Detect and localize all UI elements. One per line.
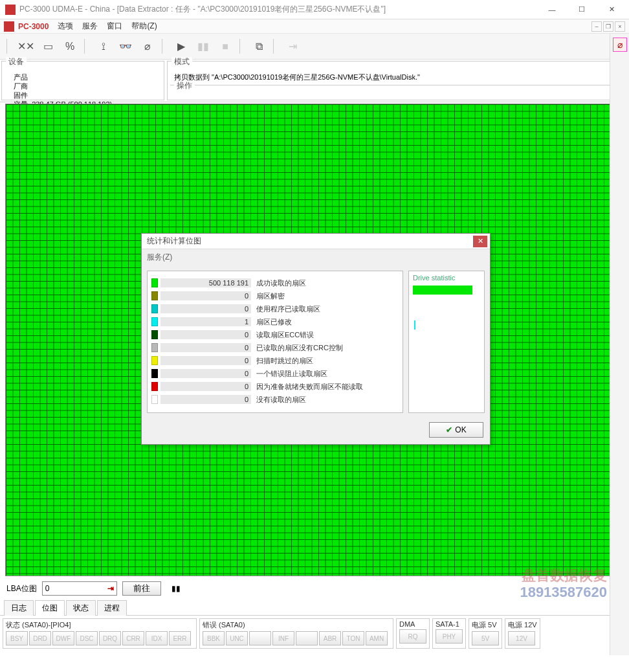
- status-indicator: RQ: [399, 629, 426, 644]
- tool-inspect-icon[interactable]: ⟟: [93, 36, 114, 56]
- status-indicator: 12V: [508, 631, 535, 645]
- tool-settings-icon[interactable]: ✕✕: [16, 36, 36, 56]
- stat-color-swatch: [151, 395, 158, 404]
- status-group-sata0: 状态 (SATA0)-[PIO4] BSYDRDDWFDSCDRQCRRIDXE…: [3, 618, 197, 649]
- tool-disk-icon[interactable]: ⌀: [137, 36, 158, 56]
- stat-row: 0扇区解密: [151, 289, 399, 302]
- stat-row: 0没有读取的扇区: [151, 393, 399, 406]
- stat-label: 扇区已修改: [256, 317, 292, 327]
- mdi-minimize[interactable]: –: [591, 21, 602, 32]
- operation-panel-label: 操作: [174, 81, 195, 90]
- status-indicator: UNC: [226, 631, 248, 645]
- bottom-tabs: 日志 位图 状态 进程: [0, 599, 629, 616]
- tab-log[interactable]: 日志: [4, 600, 34, 616]
- status-indicator: IDX: [146, 631, 168, 645]
- close-button[interactable]: ✕: [597, 0, 626, 19]
- toolbar: ✕✕ ▭ % ⟟ 👓 ⌀ ▶ ▮▮ ■ ⧉ ⇥: [0, 34, 629, 60]
- stat-row: 1扇区已修改: [151, 315, 399, 328]
- stat-label: 读取扇区ECC错误: [256, 330, 314, 340]
- tool-tag-icon[interactable]: ▭: [38, 36, 58, 56]
- status-indicator: DRD: [29, 631, 51, 645]
- status-group-errors: 错误 (SATA0) BBKUNCINFABRTONAMN: [199, 618, 393, 649]
- stat-label: 成功读取的扇区: [256, 278, 306, 288]
- minimize-button[interactable]: —: [537, 0, 567, 19]
- statistics-dialog: 统计和计算位图 ✕ 服务(Z) 500 118 191成功读取的扇区0扇区解密0…: [141, 233, 491, 445]
- menu-help[interactable]: 帮助(Z): [131, 21, 157, 32]
- info-panels: 设备 产品 厂商 固件 容量 238.47 GB (500 118 192) 模…: [0, 60, 629, 102]
- menubar: PC-3000 选项 服务 窗口 帮助(Z) – ❐ ×: [0, 19, 629, 34]
- tool-exit-icon[interactable]: ⇥: [282, 36, 303, 56]
- menu-window[interactable]: 窗口: [107, 21, 122, 32]
- stat-row: 0已读取的扇区没有CRC控制: [151, 341, 399, 354]
- menu-options[interactable]: 选项: [58, 21, 73, 32]
- lba-controls: LBA位图 ⇥ 前往 ▮▮: [0, 577, 629, 599]
- stat-label: 一个错误阻止读取扇区: [256, 369, 327, 379]
- tool-copy-icon[interactable]: ⧉: [248, 36, 269, 56]
- status-indicator: BBK: [203, 631, 225, 645]
- stat-value: 0: [160, 330, 251, 339]
- dialog-title-text: 统计和计算位图: [147, 236, 201, 247]
- go-button[interactable]: 前往: [122, 581, 161, 596]
- play-button[interactable]: ▶: [171, 36, 192, 56]
- stat-label: 已读取的扇区没有CRC控制: [256, 343, 343, 353]
- drive-bar-modified: [414, 320, 415, 330]
- status-indicator: BSY: [6, 631, 28, 645]
- mdi-close[interactable]: ×: [615, 21, 625, 32]
- stat-label: 因为准备就绪失败而扇区不能读取: [256, 382, 363, 392]
- lba-label: LBA位图: [6, 583, 37, 594]
- status-indicator: PHY: [436, 629, 463, 644]
- stat-color-swatch: [151, 356, 158, 365]
- tab-bitmap[interactable]: 位图: [35, 600, 65, 616]
- status-indicator: 5V: [472, 631, 499, 645]
- stat-value: 0: [160, 395, 251, 404]
- stat-color-swatch: [151, 317, 158, 326]
- status-row: 状态 (SATA0)-[PIO4] BSYDRDDWFDSCDRQCRRIDXE…: [0, 616, 629, 649]
- stat-row: 0使用程序已读取扇区: [151, 302, 399, 315]
- dialog-titlebar[interactable]: 统计和计算位图 ✕: [142, 234, 490, 249]
- stat-label: 没有读取的扇区: [256, 395, 306, 405]
- stat-color-swatch: [151, 304, 158, 313]
- stat-row: 0扫描时跳过的扇区: [151, 354, 399, 367]
- stat-row: 500 118 191成功读取的扇区: [151, 276, 399, 289]
- mode-panel: 模式 拷贝数据到 "A:\PC3000\20191019老何的三星256G-NV…: [167, 61, 628, 100]
- dialog-menu-services[interactable]: 服务(Z): [142, 249, 490, 265]
- mdi-restore[interactable]: ❐: [603, 21, 613, 32]
- status-indicator: INF: [272, 631, 294, 645]
- status-indicator: ERR: [169, 631, 191, 645]
- titlebar: PC-3000 UDMA-E - China - [Data Extractor…: [0, 0, 629, 19]
- app-logo-icon: [4, 21, 14, 32]
- right-tool-strip: ⌀: [610, 34, 629, 655]
- lba-input[interactable]: [43, 582, 107, 595]
- tool-binoculars-icon[interactable]: 👓: [115, 36, 136, 56]
- tab-status[interactable]: 状态: [66, 600, 96, 616]
- maximize-button[interactable]: ☐: [567, 0, 597, 19]
- drive-bar-success: [413, 286, 472, 295]
- lba-end-icon[interactable]: ⇥: [105, 584, 116, 593]
- status-indicator: TON: [342, 631, 364, 645]
- status-indicator: DWF: [52, 631, 74, 645]
- stat-color-swatch: [151, 330, 158, 339]
- tab-process[interactable]: 进程: [97, 600, 127, 616]
- pause-icon[interactable]: ▮▮: [171, 584, 181, 593]
- pause-button[interactable]: ▮▮: [193, 36, 214, 56]
- menu-services[interactable]: 服务: [82, 21, 98, 32]
- dialog-close-button[interactable]: ✕: [473, 236, 487, 247]
- status-indicator: ABR: [319, 631, 341, 645]
- status-indicator: AMN: [366, 631, 388, 645]
- stat-color-swatch: [151, 291, 158, 300]
- ok-button[interactable]: ✔ OK: [429, 422, 483, 438]
- stat-row: 0因为准备就绪失败而扇区不能读取: [151, 380, 399, 393]
- drive-statistic-panel: Drive statistic: [408, 271, 485, 413]
- tool-percent-icon[interactable]: %: [60, 36, 80, 56]
- stop-button[interactable]: ■: [215, 36, 236, 56]
- app-name: PC-3000: [18, 22, 49, 31]
- status-indicator: [249, 631, 271, 645]
- mode-value: 拷贝数据到 "A:\PC3000\20191019老何的三星256G-NVME不…: [168, 73, 627, 82]
- strip-disk-icon[interactable]: ⌀: [613, 38, 627, 52]
- stat-value: 0: [160, 382, 251, 391]
- stat-value: 500 118 191: [160, 278, 251, 287]
- status-group-pwr5: 电源 5V 5V: [469, 618, 502, 649]
- stat-label: 扫描时跳过的扇区: [256, 356, 313, 366]
- check-icon: ✔: [446, 425, 452, 434]
- stat-color-swatch: [151, 369, 158, 378]
